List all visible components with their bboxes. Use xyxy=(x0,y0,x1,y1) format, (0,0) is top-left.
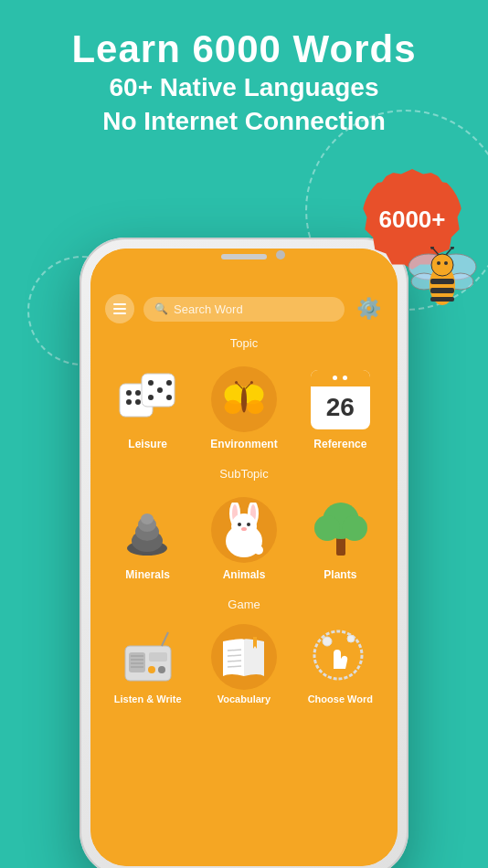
phone-speaker xyxy=(221,254,267,259)
search-icon: 🔍 xyxy=(154,302,168,315)
calendar-dot-right xyxy=(343,376,347,380)
game-listen-write[interactable]: Listen & Write xyxy=(100,620,196,708)
svg-line-65 xyxy=(162,632,168,646)
listen-write-icon xyxy=(115,624,181,690)
svg-point-34 xyxy=(235,381,238,384)
menu-line-3 xyxy=(113,312,126,314)
svg-rect-5 xyxy=(430,279,454,284)
menu-button[interactable] xyxy=(105,294,134,323)
hand-icon xyxy=(311,628,370,687)
app-ui: 🔍 Search Word ⚙️ Topic xyxy=(90,249,398,866)
vocabulary-label: Vocabulary xyxy=(217,693,271,704)
plants-icon-container xyxy=(307,497,373,563)
subtopic-section-label: SubTopic xyxy=(90,463,398,484)
environment-label: Environment xyxy=(210,438,277,450)
svg-rect-7 xyxy=(430,297,454,302)
svg-line-13 xyxy=(446,249,451,255)
svg-point-20 xyxy=(135,399,141,405)
butterfly-icon xyxy=(223,381,265,418)
svg-point-64 xyxy=(158,666,165,673)
svg-point-50 xyxy=(241,527,247,531)
svg-point-47 xyxy=(231,513,257,539)
menu-line-2 xyxy=(113,308,126,310)
dice-icon xyxy=(116,370,180,429)
svg-point-16 xyxy=(126,390,132,396)
svg-rect-6 xyxy=(430,288,454,293)
reference-label: Reference xyxy=(313,438,366,450)
game-section-label: Game xyxy=(90,594,398,615)
radio-icon xyxy=(118,628,177,687)
choose-word-icon xyxy=(307,624,373,690)
menu-line-1 xyxy=(113,303,126,305)
subtopic-grid: Minerals xyxy=(90,484,398,594)
svg-point-32 xyxy=(241,387,247,413)
top-bar: 🔍 Search Word ⚙️ xyxy=(90,249,398,331)
calendar-top xyxy=(311,370,370,386)
svg-point-63 xyxy=(148,666,155,673)
hero-line2: 60+ Native Languages xyxy=(0,71,488,104)
phone-camera xyxy=(276,250,285,259)
svg-point-29 xyxy=(225,400,241,414)
svg-line-69 xyxy=(228,661,241,662)
svg-point-25 xyxy=(157,387,163,393)
svg-line-70 xyxy=(228,666,241,667)
subtopic-plants[interactable]: Plants xyxy=(292,492,388,587)
hamburger-icon xyxy=(113,303,126,314)
svg-point-31 xyxy=(247,400,263,414)
svg-point-10 xyxy=(444,261,448,265)
plants-label: Plants xyxy=(324,568,356,581)
svg-point-17 xyxy=(135,390,141,396)
topic-leisure[interactable]: Leisure xyxy=(100,361,196,456)
topic-grid: Leisure xyxy=(90,354,398,463)
phone-screen: 🔍 Search Word ⚙️ Topic xyxy=(90,249,398,866)
svg-point-36 xyxy=(250,381,253,384)
animals-label: Animals xyxy=(223,568,266,581)
svg-point-9 xyxy=(437,261,440,265)
calendar-icon: 26 xyxy=(311,370,370,429)
gear-icon: ⚙️ xyxy=(356,297,381,321)
svg-point-72 xyxy=(334,642,341,650)
svg-point-23 xyxy=(148,380,154,386)
subtopic-minerals[interactable]: Minerals xyxy=(100,492,196,587)
topic-section-label: Topic xyxy=(90,331,398,354)
minerals-label: Minerals xyxy=(125,568,170,581)
svg-point-27 xyxy=(166,395,172,400)
svg-point-48 xyxy=(238,523,241,526)
svg-point-54 xyxy=(314,515,340,541)
hero-title: Learn 6000 Words xyxy=(0,27,488,71)
subtopic-animals[interactable]: Animals xyxy=(196,492,292,587)
stones-icon xyxy=(118,501,177,560)
svg-point-75 xyxy=(347,635,355,642)
topic-environment[interactable]: Environment xyxy=(196,361,292,456)
search-placeholder: Search Word xyxy=(174,302,243,316)
svg-point-55 xyxy=(342,515,367,541)
listen-write-label: Listen & Write xyxy=(114,693,182,704)
leisure-label: Leisure xyxy=(128,438,167,450)
book-icon xyxy=(218,632,269,683)
svg-point-41 xyxy=(141,513,154,524)
svg-rect-62 xyxy=(149,652,167,662)
settings-button[interactable]: ⚙️ xyxy=(354,294,383,323)
svg-point-49 xyxy=(247,523,250,526)
topic-reference[interactable]: 26 Reference xyxy=(292,361,388,456)
svg-point-19 xyxy=(126,399,132,405)
minerals-icon-container xyxy=(115,497,181,563)
tree-icon xyxy=(311,501,370,560)
svg-line-67 xyxy=(228,650,241,651)
calendar-body: 26 xyxy=(311,386,370,429)
game-vocabulary[interactable]: Vocabulary xyxy=(196,620,292,708)
svg-line-11 xyxy=(433,249,439,255)
vocabulary-icon xyxy=(211,624,277,690)
search-bar[interactable]: 🔍 Search Word xyxy=(143,297,345,322)
calendar-dot-left xyxy=(333,376,337,380)
animals-icon-container xyxy=(211,497,277,563)
environment-icon-container xyxy=(211,366,277,432)
badge-text: 6000+ xyxy=(378,206,445,234)
svg-point-51 xyxy=(254,545,263,555)
game-choose-word[interactable]: Choose Word xyxy=(292,620,388,708)
hero-section: Learn 6000 Words 60+ Native Languages No… xyxy=(0,0,488,138)
svg-line-68 xyxy=(228,655,241,656)
phone: 🔍 Search Word ⚙️ Topic xyxy=(80,238,408,868)
phone-outer: 🔍 Search Word ⚙️ Topic xyxy=(80,238,408,868)
leisure-icon-container xyxy=(115,366,181,432)
